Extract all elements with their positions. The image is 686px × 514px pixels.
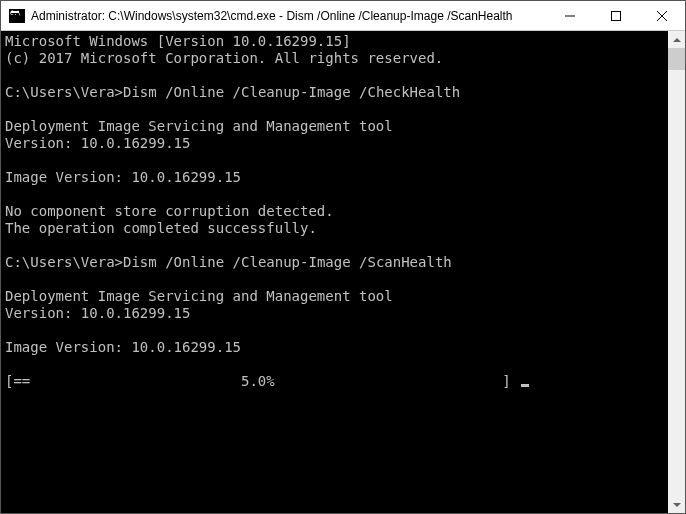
minimize-icon [565,11,575,21]
scrollbar-thumb[interactable] [668,48,685,70]
result-line: The operation completed successfully. [5,220,317,236]
result-line: No component store corruption detected. [5,203,334,219]
tool-version: Version: 10.0.16299.15 [5,305,190,321]
close-button[interactable] [639,1,685,30]
image-version: Image Version: 10.0.16299.15 [5,339,241,355]
terminal-output[interactable]: Microsoft Windows [Version 10.0.16299.15… [1,31,668,513]
window-title: Administrator: C:\Windows\system32\cmd.e… [31,9,547,23]
scroll-up-button[interactable] [668,31,685,48]
tool-name: Deployment Image Servicing and Managemen… [5,288,393,304]
maximize-icon [611,11,621,21]
image-version: Image Version: 10.0.16299.15 [5,169,241,185]
vertical-scrollbar[interactable] [668,31,685,513]
progress-bar: [== 5.0% ] [5,373,519,389]
svg-rect-1 [612,11,621,20]
titlebar: Administrator: C:\Windows\system32\cmd.e… [1,1,685,31]
copyright-line: (c) 2017 Microsoft Corporation. All righ… [5,50,443,66]
command-text: Dism /Online /Cleanup-Image /CheckHealth [123,84,460,100]
chevron-up-icon [673,38,681,42]
window-controls [547,1,685,30]
prompt: C:\Users\Vera> [5,84,123,100]
chevron-down-icon [673,503,681,507]
scroll-down-button[interactable] [668,496,685,513]
minimize-button[interactable] [547,1,593,30]
prompt: C:\Users\Vera> [5,254,123,270]
svg-marker-4 [673,38,681,42]
cursor [521,384,529,387]
close-icon [657,11,667,21]
cmd-icon [9,9,25,23]
terminal-wrapper: Microsoft Windows [Version 10.0.16299.15… [1,31,685,513]
tool-name: Deployment Image Servicing and Managemen… [5,118,393,134]
maximize-button[interactable] [593,1,639,30]
scrollbar-track[interactable] [668,48,685,496]
header-line: Microsoft Windows [Version 10.0.16299.15… [5,33,351,49]
svg-marker-5 [673,503,681,507]
command-text: Dism /Online /Cleanup-Image /ScanHealth [123,254,452,270]
tool-version: Version: 10.0.16299.15 [5,135,190,151]
